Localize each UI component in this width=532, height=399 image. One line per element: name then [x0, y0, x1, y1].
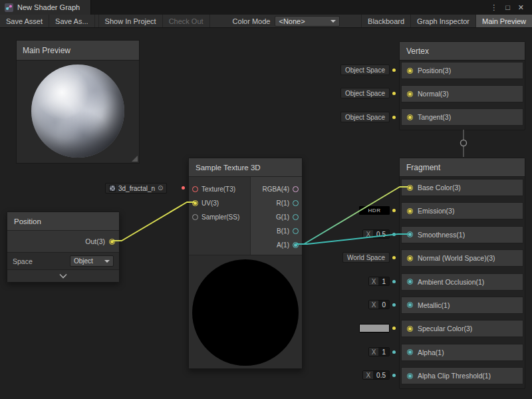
a-output-port[interactable]	[293, 242, 299, 248]
space-badge[interactable]: World Space	[342, 252, 390, 263]
specular-color-value-widget[interactable]	[359, 322, 396, 334]
port-row-position[interactable]: Position(3)	[401, 62, 523, 79]
maximize-icon[interactable]: □	[501, 3, 514, 11]
object-picker-icon[interactable]: ⊙	[158, 185, 163, 192]
specular-color-swatch[interactable]	[359, 324, 390, 332]
output-g[interactable]: G(1)	[251, 210, 302, 223]
normal-ws-port[interactable]	[407, 255, 413, 261]
port-row-smoothness[interactable]: Smoothness(1)	[401, 226, 523, 243]
color-mode-dropdown[interactable]: <None>	[275, 16, 340, 27]
port-row-alpha[interactable]: Alpha(1)	[401, 344, 523, 361]
alpha-value-widget[interactable]: X1	[368, 346, 396, 358]
tab-new-shader-graph[interactable]: New Shader Graph	[0, 0, 91, 15]
float-value[interactable]: 1	[378, 277, 389, 285]
show-in-project-button[interactable]: Show In Project	[98, 15, 163, 27]
ambient-occlusion-port[interactable]	[407, 279, 413, 285]
input-texture[interactable]: Texture(T3)	[189, 182, 250, 196]
uv-input-port[interactable]	[192, 200, 198, 206]
float-value[interactable]: 0	[378, 301, 389, 309]
texture-input-port[interactable]	[192, 186, 198, 192]
alpha-clip-value-widget[interactable]: X0.5	[362, 369, 396, 381]
output-b[interactable]: B(1)	[251, 224, 302, 237]
ambient-occlusion-value-widget[interactable]: X1	[368, 275, 396, 287]
space-badge[interactable]: Object Space	[340, 65, 390, 75]
position-port[interactable]	[407, 68, 413, 74]
position-space-widget[interactable]: Object Space	[340, 64, 396, 76]
position-out-row[interactable]: Out(3)	[7, 231, 119, 252]
metallic-port[interactable]	[407, 302, 413, 308]
collapse-strip[interactable]	[7, 269, 119, 282]
position-node[interactable]: Position Out(3) Space Object	[7, 211, 120, 282]
alpha-float-field[interactable]: X1	[368, 347, 390, 356]
port-row-specular-color[interactable]: Specular Color(3)	[401, 320, 523, 337]
smoothness-float-field[interactable]: X0.5	[362, 229, 390, 239]
alpha-clip-float-field[interactable]: X0.5	[362, 370, 390, 380]
vertex-node[interactable]: Vertex Position(3) Normal(3) Tangent(3)	[399, 41, 525, 130]
tangent-space-widget[interactable]: Object Space	[340, 111, 396, 123]
port-row-base-color[interactable]: Base Color(3)	[401, 179, 523, 196]
texture-thumbnail-icon	[109, 185, 116, 192]
float-value[interactable]: 0.5	[373, 230, 389, 238]
sampler-input-port[interactable]	[192, 214, 198, 220]
emission-hdr-swatch[interactable]: HDR	[359, 206, 390, 215]
fragment-node-header[interactable]: Fragment	[400, 158, 525, 177]
out-output-port[interactable]	[109, 239, 115, 245]
port-row-normal[interactable]: Normal(3)	[401, 85, 523, 102]
port-row-ambient-occlusion[interactable]: Ambient Occlusion(1)	[401, 273, 523, 291]
metallic-float-field[interactable]: X0	[368, 300, 390, 309]
port-row-tangent[interactable]: Tangent(3)	[401, 108, 523, 126]
normal-space-widget-fragment[interactable]: World Space	[342, 251, 396, 263]
metallic-value-widget[interactable]: X0	[368, 299, 396, 311]
position-node-header[interactable]: Position	[7, 212, 119, 231]
emission-value-widget[interactable]: HDR	[359, 204, 396, 216]
close-icon[interactable]: ✕	[514, 3, 528, 12]
save-as-button[interactable]: Save As...	[49, 15, 95, 27]
space-badge[interactable]: Object Space	[340, 88, 390, 98]
specular-color-port[interactable]	[407, 326, 413, 332]
menu-icon[interactable]: ⋮	[486, 3, 501, 12]
float-value[interactable]: 1	[378, 348, 389, 356]
ao-float-field[interactable]: X1	[368, 277, 390, 286]
window-controls: ⋮ □ ✕	[486, 0, 532, 15]
emission-port[interactable]	[407, 208, 413, 214]
vertex-node-header[interactable]: Vertex	[400, 42, 525, 61]
space-badge[interactable]: Object Space	[340, 112, 390, 122]
r-output-port[interactable]	[293, 200, 299, 206]
sample-texture-3d-header[interactable]: Sample Texture 3D	[189, 158, 302, 177]
sample-texture-3d-node[interactable]: Sample Texture 3D Texture(T3) UV(3) Samp…	[188, 158, 303, 369]
port-row-metallic[interactable]: Metallic(1)	[401, 297, 523, 314]
smoothness-value-widget[interactable]: X0.5	[362, 228, 396, 240]
blackboard-button[interactable]: Blackboard	[361, 15, 410, 27]
main-preview-panel[interactable]: Main Preview	[16, 40, 140, 164]
port-row-normal-ws[interactable]: Normal (World Space)(3)	[401, 249, 523, 267]
output-a[interactable]: A(1)	[251, 238, 302, 251]
output-rgba[interactable]: RGBA(4)	[251, 182, 302, 196]
graph-inspector-button[interactable]: Graph Inspector	[410, 15, 475, 27]
main-preview-header[interactable]: Main Preview	[17, 41, 139, 61]
port-row-alpha-clip[interactable]: Alpha Clip Threshold(1)	[401, 367, 523, 384]
connector-dot	[392, 256, 396, 259]
normal-port[interactable]	[407, 91, 413, 97]
base-color-port[interactable]	[407, 185, 413, 191]
input-sampler[interactable]: Sampler(SS)	[189, 210, 250, 223]
main-preview-button[interactable]: Main Preview	[475, 15, 532, 27]
b-output-port[interactable]	[293, 228, 299, 234]
float-value[interactable]: 0.5	[373, 371, 389, 379]
input-uv[interactable]: UV(3)	[189, 196, 250, 209]
graph-canvas[interactable]: Main Preview Vertex Position(3) Normal(3…	[0, 28, 532, 399]
rgba-output-port[interactable]	[293, 186, 299, 192]
alpha-port[interactable]	[407, 349, 413, 355]
alpha-clip-port[interactable]	[407, 373, 413, 379]
tangent-port[interactable]	[407, 114, 413, 120]
fragment-node[interactable]: Fragment Base Color(3) Emission(3) Smoot…	[399, 158, 525, 389]
texture-object-field[interactable]: 3d_fractal_n ⊙	[105, 183, 167, 194]
smoothness-port[interactable]	[407, 231, 413, 237]
port-row-emission[interactable]: Emission(3)	[401, 202, 523, 219]
space-dropdown[interactable]: Object	[70, 255, 114, 267]
normal-space-widget[interactable]: Object Space	[340, 87, 396, 99]
output-r[interactable]: R(1)	[251, 196, 302, 209]
resize-handle[interactable]	[132, 156, 138, 162]
g-output-port[interactable]	[293, 214, 299, 220]
chevron-down-icon	[104, 260, 110, 263]
save-asset-button[interactable]: Save Asset	[0, 15, 49, 27]
